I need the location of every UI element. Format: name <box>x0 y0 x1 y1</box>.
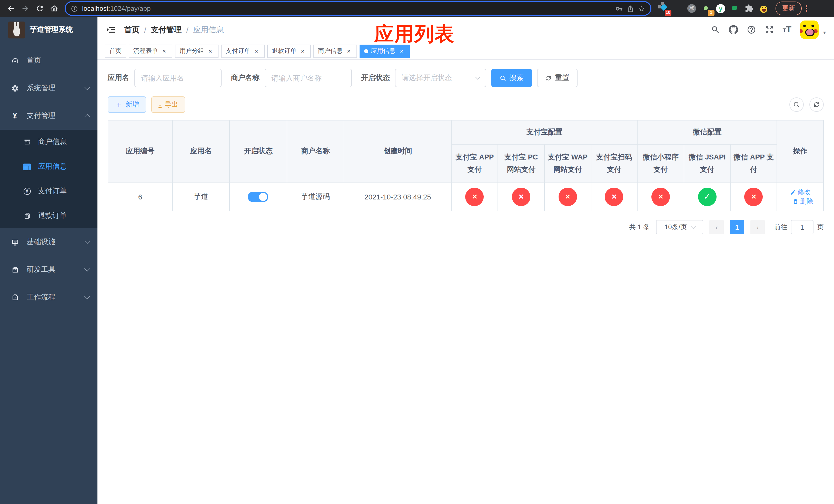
extensions-puzzle-icon[interactable] <box>745 4 754 13</box>
yen-circle-icon: ¥ <box>23 188 31 195</box>
sidebar-item-home[interactable]: 首页 <box>0 47 97 74</box>
col-operations: 操作 <box>777 120 824 182</box>
reset-button[interactable]: 重置 <box>537 69 577 87</box>
tag-merchant-info[interactable]: 商户信息× <box>313 44 357 58</box>
wechat-app-status-icon: × <box>745 187 763 206</box>
edit-link[interactable]: 修改 <box>790 187 811 197</box>
avatar-caret-icon[interactable]: ▾ <box>823 29 826 35</box>
refresh-button[interactable] <box>809 97 824 112</box>
group-alipay-config: 支付宝配置 <box>452 120 637 144</box>
table-tools <box>789 97 824 112</box>
table-toolbar: ＋新增 ↓导出 <box>108 96 824 113</box>
extension-y-icon[interactable]: y <box>716 4 725 13</box>
sidebar-item-app-info[interactable]: 应用信息 <box>0 154 97 179</box>
tags-view-bar: 首页× 流程表单× 用户分组× 支付订单× 退款订单× 商户信息× 应用信息× <box>97 43 834 60</box>
extension-badge: 1 <box>708 9 715 16</box>
col-alipay-wap: 支付宝 WAP 网站支付 <box>545 144 591 182</box>
page-number-button[interactable]: 1 <box>730 220 744 234</box>
trash-icon <box>792 198 798 204</box>
close-icon[interactable]: × <box>398 47 405 54</box>
page-unit-label: 页 <box>817 223 824 232</box>
tag-process-form[interactable]: 流程表单× <box>129 44 172 58</box>
breadcrumb-home[interactable]: 首页 <box>124 25 139 35</box>
close-icon[interactable]: × <box>160 47 168 54</box>
close-icon[interactable]: × <box>253 47 260 54</box>
extension-recorder-icon[interactable]: 1 <box>702 4 711 13</box>
tag-pay-order[interactable]: 支付订单× <box>221 44 265 58</box>
prev-page-button[interactable]: ‹ <box>709 220 724 234</box>
browser-reload-button[interactable] <box>33 2 46 15</box>
extension-chat-icon[interactable] <box>730 4 740 13</box>
browser-forward-button[interactable] <box>19 2 32 15</box>
breadcrumb-payment[interactable]: 支付管理 <box>151 25 181 35</box>
goto-page-input[interactable] <box>791 220 813 234</box>
close-icon[interactable]: × <box>299 47 306 54</box>
close-icon[interactable]: × <box>207 47 214 54</box>
next-page-button[interactable]: › <box>750 220 765 234</box>
help-icon[interactable] <box>747 25 756 35</box>
application-root: localhost:1024/pay/app 10 ⌘ 1 y 更新 芋道管理系… <box>0 0 834 504</box>
app-table: 应用编号 应用名 开启状态 商户名称 创建时间 支付宝配置 微信配置 操作 支付… <box>108 120 824 211</box>
add-button[interactable]: ＋新增 <box>108 96 146 113</box>
breadcrumb-current: 应用信息 <box>193 25 224 35</box>
chevron-down-icon <box>84 266 90 272</box>
browser-profile-avatar[interactable] <box>759 4 768 13</box>
header-search-icon[interactable] <box>711 25 720 35</box>
browser-update-button[interactable]: 更新 <box>775 2 802 15</box>
col-wechat-app: 微信 APP 支付 <box>730 144 777 182</box>
wechat-mini-status-icon: × <box>652 187 670 206</box>
col-app-id: 应用编号 <box>108 120 172 182</box>
tag-user-group[interactable]: 用户分组× <box>175 44 219 58</box>
total-count: 共 1 条 <box>629 223 650 232</box>
app-name-input[interactable] <box>134 69 222 87</box>
extension-pin-icon[interactable]: 10 <box>659 4 668 13</box>
url-bar[interactable]: localhost:1024/pay/app <box>66 2 650 15</box>
app-title: 芋道管理系统 <box>30 25 73 35</box>
logo-rabbit-image <box>8 21 25 38</box>
sidebar-item-dev-tools[interactable]: 研发工具 <box>0 256 97 283</box>
user-avatar[interactable] <box>800 21 819 39</box>
sidebar-item-system[interactable]: 系统管理 <box>0 74 97 102</box>
cell-status <box>229 182 287 211</box>
close-icon[interactable]: × <box>345 47 352 54</box>
tag-refund-order[interactable]: 退款订单× <box>267 44 311 58</box>
tag-home[interactable]: 首页× <box>105 44 126 58</box>
fullscreen-icon[interactable] <box>765 25 774 35</box>
sidebar-logo[interactable]: 芋道管理系统 <box>0 17 97 43</box>
payment-submenu: 商户信息 应用信息 ¥ 支付订单 退款订单 <box>0 130 97 228</box>
page-annotation-title: 应用列表 <box>374 21 455 47</box>
col-alipay-app: 支付宝 APP 支付 <box>452 144 498 182</box>
hamburger-icon[interactable] <box>106 25 116 35</box>
extension-top-icon[interactable] <box>673 4 682 13</box>
sidebar-item-merchant[interactable]: 商户信息 <box>0 130 97 154</box>
status-toggle[interactable] <box>248 191 268 202</box>
password-key-icon[interactable] <box>615 5 623 12</box>
group-wechat-config: 微信配置 <box>638 120 777 144</box>
search-button[interactable]: 搜索 <box>491 69 532 87</box>
delete-link[interactable]: 删除 <box>792 197 813 206</box>
pagination: 共 1 条 10条/页 ‹ 1 › 前往 页 <box>108 220 824 234</box>
export-button[interactable]: ↓导出 <box>151 96 185 113</box>
merchant-name-input[interactable] <box>265 69 352 87</box>
show-search-toggle-button[interactable] <box>789 97 804 112</box>
browser-menu-icon[interactable] <box>806 5 807 12</box>
briefcase-icon <box>10 294 20 301</box>
alipay-pc-status-icon: × <box>512 187 530 206</box>
text-size-icon[interactable]: TT <box>783 25 791 35</box>
browser-back-button[interactable] <box>4 2 18 15</box>
sidebar-item-payment[interactable]: ¥ 支付管理 <box>0 102 97 130</box>
status-select[interactable]: 请选择开启状态 <box>395 69 486 87</box>
col-merchant: 商户名称 <box>287 120 344 182</box>
sidebar-item-pay-order[interactable]: ¥ 支付订单 <box>0 179 97 204</box>
extension-command-icon[interactable]: ⌘ <box>687 4 697 13</box>
sidebar-item-infra[interactable]: 基础设施 <box>0 228 97 256</box>
share-icon[interactable] <box>627 5 634 12</box>
sidebar-item-refund-order[interactable]: 退款订单 <box>0 204 97 228</box>
status-label: 开启状态 <box>361 73 390 83</box>
page-size-select[interactable]: 10条/页 <box>656 220 703 234</box>
browser-home-button[interactable] <box>47 2 61 15</box>
sidebar-item-workflow[interactable]: 工作流程 <box>0 283 97 311</box>
bookmark-star-icon[interactable] <box>638 5 645 12</box>
site-info-icon[interactable] <box>71 5 78 12</box>
github-icon[interactable] <box>729 25 738 35</box>
